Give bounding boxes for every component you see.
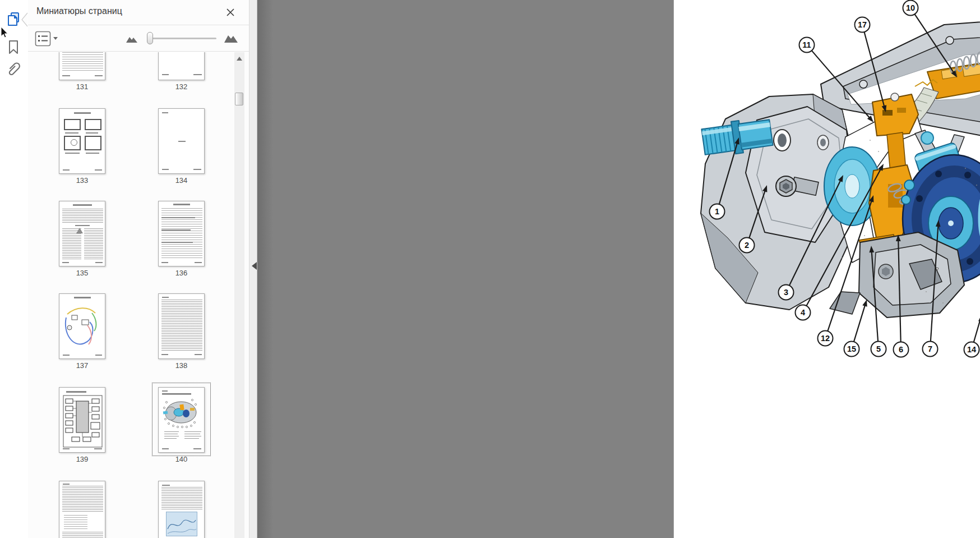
thumbnail-image xyxy=(59,52,105,80)
document-viewer: 1234121556714891017111613 SS03D037 1.Dri… xyxy=(257,0,980,538)
page-thumbnails-panel: Миниатюры страниц xyxy=(28,0,249,538)
thumbnail-label: 135 xyxy=(53,269,112,277)
thumbnail-image xyxy=(59,293,105,359)
thumbnail-image xyxy=(158,201,205,266)
thumbnail-image xyxy=(59,108,105,174)
thumbnail-page-132[interactable]: 132 xyxy=(158,52,217,93)
thumbnail-page-131[interactable]: 131 xyxy=(59,52,118,93)
callout-leader-line xyxy=(789,180,841,286)
wiring-diagram-art xyxy=(59,294,105,359)
callout-arrowhead xyxy=(951,71,957,77)
panel-collapse-handle[interactable] xyxy=(252,262,257,270)
callout-arrowhead xyxy=(882,105,886,112)
thumbnail-label: 133 xyxy=(53,176,112,185)
callout-number: 12 xyxy=(821,334,830,343)
paperclip-icon xyxy=(6,61,21,78)
thumbnail-image xyxy=(158,293,205,359)
document-page: 1234121556714891017111613 SS03D037 1.Dri… xyxy=(673,0,980,538)
callout-arrowhead xyxy=(734,137,739,145)
callout-number: 10 xyxy=(906,3,915,12)
callout-leader-line xyxy=(749,190,765,238)
callout-leader-line xyxy=(898,240,900,342)
thumbnail-image xyxy=(59,481,105,538)
callout-number: 7 xyxy=(928,344,932,353)
attachments-tab[interactable] xyxy=(4,61,22,79)
callout-number: 4 xyxy=(801,308,805,317)
thumbnail-page-141[interactable] xyxy=(59,481,118,538)
thumbnail-list: 131 132 xyxy=(28,52,234,538)
callout-layer: 1234121556714891017111613 xyxy=(674,0,980,393)
close-panel-button[interactable] xyxy=(225,7,235,17)
thumbnail-page-142[interactable] xyxy=(158,481,217,538)
thumbnail-image xyxy=(158,387,205,453)
thumbnail-scrollbar[interactable] xyxy=(234,52,244,538)
callout-number: 3 xyxy=(784,288,788,297)
callout-arrowhead xyxy=(869,195,873,203)
thumbnail-label: 131 xyxy=(53,82,112,91)
callout-arrowhead xyxy=(869,246,874,252)
callout-leader-line xyxy=(974,306,980,343)
thumbnail-page-134[interactable]: 134 xyxy=(158,108,217,187)
thumbnail-page-139[interactable]: 139 xyxy=(59,387,118,466)
thumbnail-label: 136 xyxy=(152,269,211,277)
thumbnail-options-button[interactable] xyxy=(35,31,59,47)
close-icon xyxy=(227,9,234,16)
callout-arrowhead xyxy=(862,300,867,307)
active-tab-notch xyxy=(20,12,28,27)
thumbnail-page-133[interactable]: 133 xyxy=(59,108,118,187)
callout-arrowhead xyxy=(878,164,884,171)
thumbnail-label: 134 xyxy=(152,176,211,185)
callout-number: 11 xyxy=(802,40,811,49)
thumbnail-label: 132 xyxy=(152,82,211,91)
thumbnail-image xyxy=(59,387,105,453)
thumbnail-label: 140 xyxy=(152,455,211,463)
chart-art xyxy=(167,512,197,536)
pump-page-art xyxy=(159,388,205,453)
options-list-icon xyxy=(36,32,50,46)
page-thumbnails-icon xyxy=(6,11,21,27)
scroll-up-icon[interactable] xyxy=(237,57,242,61)
callout-number: 2 xyxy=(745,241,749,250)
callout-leader-line xyxy=(914,14,954,73)
callout-arrowhead xyxy=(838,175,843,182)
thumbnail-image xyxy=(59,201,105,266)
block-diagram-art xyxy=(59,388,105,453)
thumbnail-page-137[interactable]: 137 xyxy=(59,293,118,372)
scrollbar-thumb[interactable] xyxy=(235,93,243,105)
callout-number: 14 xyxy=(967,345,976,354)
thumbnail-image xyxy=(158,481,205,538)
panel-title: Миниатюры страниц xyxy=(36,6,122,16)
thumbnail-size-slider-knob[interactable] xyxy=(147,32,153,44)
panel-header: Миниатюры страниц xyxy=(28,0,249,25)
thumbnail-page-140-selected[interactable]: 140 xyxy=(158,387,217,466)
callout-number: 15 xyxy=(847,344,856,353)
thumbnail-page-135[interactable]: 135 xyxy=(59,201,118,279)
callout-arrowhead xyxy=(896,234,901,241)
larger-thumbnails-icon[interactable] xyxy=(224,32,238,43)
smaller-thumbnails-icon[interactable] xyxy=(126,34,138,43)
callout-arrowhead xyxy=(762,185,767,192)
bookmarks-tab[interactable] xyxy=(4,38,22,56)
callout-arrowhead xyxy=(936,220,941,227)
callout-leader-line xyxy=(854,305,866,342)
thumbnail-label: 138 xyxy=(152,361,211,370)
chevron-down-icon xyxy=(53,37,58,40)
thumbnail-page-138[interactable]: 138 xyxy=(158,293,217,372)
thumbnail-size-slider[interactable] xyxy=(148,38,216,39)
callout-number: 5 xyxy=(876,344,881,353)
callout-number: 1 xyxy=(715,207,719,216)
thumbnail-image xyxy=(158,108,205,174)
callout-leader-line xyxy=(872,251,878,342)
thumbnail-page-136[interactable]: 136 xyxy=(158,201,217,279)
callout-number: 6 xyxy=(899,345,903,354)
callout-leader-line xyxy=(811,50,870,118)
thumbnail-label: 139 xyxy=(53,455,112,463)
pdf-viewer-window: Миниатюры страниц xyxy=(0,0,980,538)
panel-toolbar xyxy=(28,26,249,52)
callout-leader-line xyxy=(864,32,884,108)
callout-leader-line xyxy=(719,142,738,205)
thumbnail-image xyxy=(158,52,205,80)
callout-leader-line xyxy=(931,225,939,342)
sidebar-tool-rail xyxy=(0,0,28,538)
thumbnail-label: 137 xyxy=(53,361,112,370)
